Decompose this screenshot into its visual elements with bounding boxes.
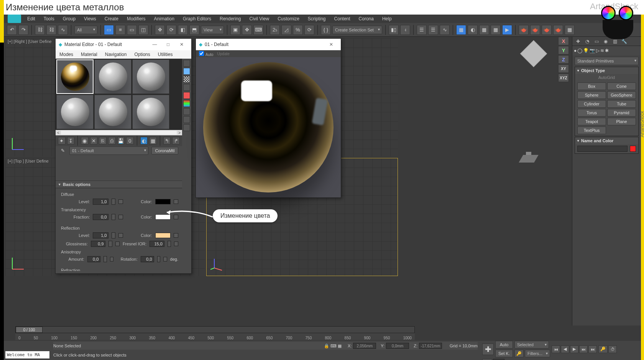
btn-pyramid[interactable]: Pyramid <box>607 109 636 117</box>
refl-level-spin[interactable] <box>112 232 115 238</box>
get-material-icon[interactable]: ✦ <box>58 137 66 145</box>
teapot-1-icon[interactable]: 🫖 <box>519 25 529 35</box>
undo-icon[interactable]: ↶ <box>7 25 17 35</box>
move-icon[interactable]: ✥ <box>155 25 165 35</box>
options-icon[interactable] <box>183 108 190 115</box>
grid-icon-tb[interactable]: ▦ <box>565 25 575 35</box>
keyboard-icon[interactable]: ⌨ <box>253 25 263 35</box>
go-parent-icon[interactable]: ↰ <box>163 137 171 145</box>
constrain-y[interactable]: Y <box>558 46 569 54</box>
key-filter-selected[interactable]: Selected <box>514 341 549 348</box>
background-icon[interactable] <box>183 76 190 83</box>
assign-icon[interactable]: ◉ <box>81 137 89 145</box>
goto-start-icon[interactable]: ⏮ <box>552 345 560 353</box>
mat-menu-material[interactable]: Material <box>77 52 101 57</box>
rendered-frame-icon[interactable]: ▦ <box>491 25 501 35</box>
selset-select[interactable]: Create Selection Set <box>332 26 382 34</box>
curve-editor-icon[interactable]: ∿ <box>440 25 450 35</box>
btn-plane[interactable]: Plane <box>607 118 636 125</box>
autogrid-check[interactable]: AutoGrid <box>575 74 638 81</box>
app-logo[interactable] <box>8 15 21 23</box>
menu-edit[interactable]: Edit <box>23 16 39 21</box>
reset-map-icon[interactable]: ✕ <box>90 137 98 145</box>
teapot-2-icon[interactable]: 🫖 <box>530 25 540 35</box>
put-to-scene-icon[interactable]: ↧ <box>67 137 75 145</box>
mat-menu-options[interactable]: Options <box>130 52 154 57</box>
cmd-create-icon[interactable]: ✚ <box>574 37 582 46</box>
mat-editor-titlebar[interactable]: ◆ Material Editor - 01 - Default — □ ✕ <box>56 39 191 50</box>
unlink-icon[interactable]: ⛓ <box>46 25 56 35</box>
btn-box[interactable]: Box <box>577 82 606 90</box>
minimize-icon[interactable]: — <box>148 42 161 47</box>
teapot-3-icon[interactable]: 🫖 <box>542 25 552 35</box>
mat-menu-modes[interactable]: Modes <box>56 52 77 57</box>
placement-icon[interactable]: ⬒ <box>189 25 199 35</box>
key-filters[interactable]: Filters... <box>525 350 550 357</box>
set-key-big[interactable]: ✚ <box>482 344 494 355</box>
set-key[interactable]: Set K. <box>495 350 513 357</box>
sample-uv-icon[interactable] <box>183 84 190 91</box>
mat-menu-navigation[interactable]: Navigation <box>101 52 131 57</box>
refl-color-map[interactable] <box>174 233 178 238</box>
eyedropper-icon[interactable]: ✎ <box>59 147 66 154</box>
spacewarps-icon[interactable]: ≋ <box>600 48 604 53</box>
menu-civilview[interactable]: Civil View <box>245 16 273 21</box>
toggle-layers-icon[interactable]: ☰ <box>428 25 438 35</box>
systems-icon[interactable]: ✱ <box>605 48 609 53</box>
material-type[interactable]: CoronaMtl <box>151 147 178 155</box>
time-config-icon[interactable]: ⏱ <box>608 345 617 353</box>
material-name[interactable]: 01 - Default <box>69 146 148 155</box>
btn-textplus[interactable]: TextPlus <box>577 127 606 134</box>
refl-ior-spin[interactable] <box>168 241 171 247</box>
time-slider[interactable]: 0 / 100 <box>15 326 415 333</box>
menu-create[interactable]: Create <box>100 16 123 21</box>
menu-grapheditors[interactable]: Graph Editors <box>179 16 215 21</box>
object-color-swatch[interactable] <box>630 146 636 152</box>
show-result-icon[interactable]: ▦ <box>149 137 157 145</box>
diff-level-map[interactable] <box>118 199 123 204</box>
material-editor-icon[interactable]: ◐ <box>468 25 478 35</box>
make-preview-icon[interactable] <box>183 100 190 107</box>
btn-geosphere[interactable]: GeoSphere <box>607 91 636 99</box>
select-name-icon[interactable]: ≡ <box>115 25 125 35</box>
menu-modifiers[interactable]: Modifiers <box>123 16 150 21</box>
aniso-amount[interactable]: 0,0 <box>87 256 101 262</box>
sample-hscroll[interactable]: <> <box>56 130 182 135</box>
sample-slot-1[interactable] <box>56 59 94 94</box>
video-check-icon[interactable] <box>183 92 190 99</box>
rotate-icon[interactable]: ⟳ <box>166 25 176 35</box>
auto-check[interactable]: Auto <box>199 51 214 57</box>
mat-id-icon[interactable]: 0 <box>126 137 134 145</box>
menu-content[interactable]: Content <box>330 16 355 21</box>
mat-menu-utilities[interactable]: Utilities <box>154 52 177 57</box>
manipulate-icon[interactable]: ✥ <box>242 25 252 35</box>
goto-end-icon[interactable]: ⏭ <box>588 345 597 353</box>
scale-icon[interactable]: ◧ <box>178 25 188 35</box>
render-icon[interactable]: ▶ <box>502 25 512 35</box>
sample-slot-3[interactable] <box>132 59 169 94</box>
viewport-right-label[interactable]: [+] [Right ] [User Define <box>8 39 52 44</box>
menu-animation[interactable]: Animation <box>150 16 179 21</box>
refl-gloss-map[interactable] <box>115 242 120 246</box>
auto-key[interactable]: Auto <box>495 341 513 348</box>
window-crossing-icon[interactable]: ◫ <box>138 25 148 35</box>
refl-color[interactable] <box>155 233 171 238</box>
sample-type-icon[interactable] <box>183 60 190 67</box>
play-icon[interactable]: ▶ <box>570 345 578 353</box>
menu-customize[interactable]: Customize <box>273 16 304 21</box>
menu-corona[interactable]: Corona <box>355 16 378 21</box>
constrain-x[interactable]: X <box>558 37 569 45</box>
primitives-select[interactable]: Standard Primitives <box>575 57 639 65</box>
coord-x[interactable]: 2,056mm <box>353 343 376 349</box>
select-region-icon[interactable]: ▭ <box>127 25 137 35</box>
aniso-rot-spin[interactable] <box>157 256 160 262</box>
select-by-mat-icon[interactable] <box>183 116 190 123</box>
aniso-amt-spin[interactable] <box>104 256 107 262</box>
refl-level-map[interactable] <box>118 233 123 238</box>
sample-slot-4[interactable] <box>56 95 94 129</box>
prev-frame-icon[interactable]: ◀ <box>561 345 569 353</box>
mat-map-nav-icon[interactable] <box>183 124 190 131</box>
time-handle[interactable]: 0 / 100 <box>16 327 43 333</box>
btn-sphere[interactable]: Sphere <box>577 91 606 99</box>
aniso-amt-map[interactable] <box>110 257 114 261</box>
